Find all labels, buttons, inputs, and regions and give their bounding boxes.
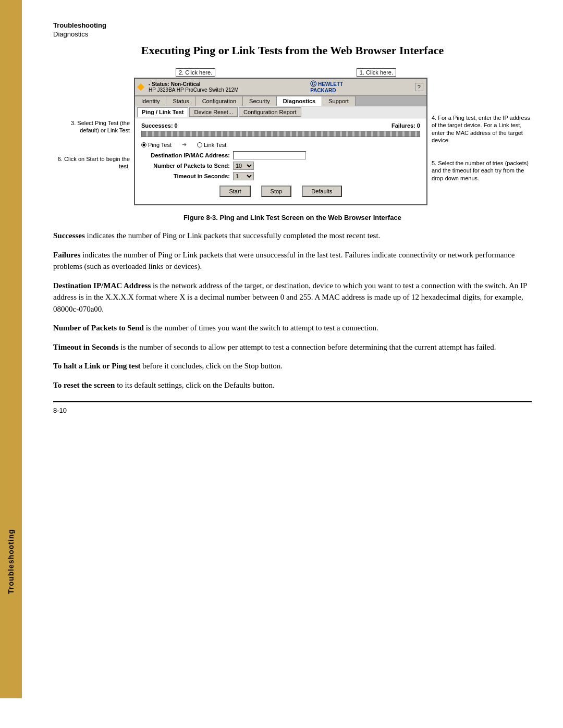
paragraph-packets: Number of Packets to Send is the number … [53,322,532,334]
callout-right: 1. Click here. [357,68,396,77]
subtab-device-reset[interactable]: Device Reset... [189,107,238,117]
halt-term: To halt a Link or Ping test [53,362,141,370]
main-content: Troubleshooting Diagnostics Executing Pi… [22,0,563,435]
tab-security[interactable]: Security [243,96,277,106]
breadcrumb: Troubleshooting Diagnostics [53,21,532,39]
annotation-3: 3. Select Ping Test (the default) or Lin… [53,119,130,134]
callout-left: 2. Click here. [176,68,215,77]
ping-test-label: Ping Test [148,142,172,148]
test-selection: Ping Test ➔ Link Test [141,141,420,148]
tab-configuration[interactable]: Configuration [196,96,243,106]
packets-term: Number of Packets to Send [53,324,144,332]
destination-term: Destination IP/MAC Address [53,281,151,290]
stop-button[interactable]: Stop [261,186,292,197]
page-title: Executing Ping or Link Tests from the We… [53,44,532,57]
tab-status[interactable]: Status [166,96,195,106]
status-diamond-icon [137,83,144,91]
status-text: - Status: Non-Critical [149,81,239,87]
packets-label: Number of Packets to Send: [141,163,230,169]
paragraph-destination: Destination IP/MAC Address is the networ… [53,280,532,315]
sub-nav: Ping / Link Test Device Reset... Configu… [135,106,426,118]
hp-logo: Ⓒ HEWLETTPACKARD [310,81,343,93]
paragraph-reset: To reset the screen to its default setti… [53,379,532,391]
figure-row: 3. Select Ping Test (the default) or Lin… [53,78,532,205]
hp-header: - Status: Non-Critical HP J329BA HP ProC… [135,79,426,96]
interface-body: Successes: 0 Failures: 0 Ping Test ➔ [135,118,426,204]
paragraph-successes: Successes indicates the number of Ping o… [53,230,532,242]
hp-status: - Status: Non-Critical HP J329BA HP ProC… [138,81,239,93]
ping-test-radio[interactable] [141,142,146,147]
annotation-5: 5. Select the number of tries (packets) … [432,159,532,182]
timeout-term: Timeout in Seconds [53,343,119,351]
subtab-ping-link-test[interactable]: Ping / Link Test [137,107,188,117]
destination-input[interactable] [233,151,306,159]
start-button[interactable]: Start [219,186,250,197]
reset-term: To reset the screen [53,381,115,389]
defaults-button[interactable]: Defaults [302,186,341,197]
right-annotations: 4. For a Ping test, enter the IP address… [427,78,532,198]
paragraph-failures: Failures indicates the number of Ping or… [53,249,532,273]
reset-text: to its default settings, click on the De… [115,381,274,389]
sidebar: Troubleshooting [0,0,22,698]
packets-select[interactable]: 10 20 50 [233,162,254,170]
timeout-label: Timeout in Seconds: [141,173,230,179]
timeout-text: is the number of seconds to allow per at… [119,343,496,351]
timeout-select[interactable]: 1 2 5 [233,172,254,180]
breadcrumb-bold: Troubleshooting [53,21,106,29]
annotation-6: 6. Click on Start to begin the test. [53,155,130,170]
link-test-label: Link Test [204,142,226,148]
model-text: HP J329BA HP ProCurve Switch 212M [149,87,239,93]
nav-tabs: Identity Status Configuration Security D… [135,96,426,106]
hewlett-packard-logo: Ⓒ HEWLETTPACKARD [310,81,343,93]
stats-row: Successes: 0 Failures: 0 [141,122,420,129]
tab-diagnostics[interactable]: Diagnostics [277,96,322,106]
figure-container: 2. Click here. 1. Click here. 3. Select … [53,68,532,205]
paragraph-halt: To halt a Link or Ping test before it co… [53,360,532,372]
web-interface-screenshot: - Status: Non-Critical HP J329BA HP ProC… [134,78,427,205]
failures-text: indicates the number of Ping or Link pac… [53,251,515,271]
link-test-option[interactable]: Link Test [197,142,226,148]
paragraph-timeout: Timeout in Seconds is the number of seco… [53,341,532,353]
left-annotations: 3. Select Ping Test (the default) or Lin… [53,78,134,186]
dest-label: Destination IP/MAC Address: [141,152,230,158]
breadcrumb-normal: Diagnostics [53,30,88,38]
web-interface: - Status: Non-Critical HP J329BA HP ProC… [134,78,427,205]
link-test-radio[interactable] [197,142,202,147]
successes-text: indicates the number of Ping or Link pac… [85,231,381,240]
successes-term: Successes [53,231,85,240]
destination-field-row: Destination IP/MAC Address: [141,151,420,159]
page-number: 8-10 [53,406,67,414]
buttons-row: Start Stop Defaults [141,186,420,200]
failures-stat: Failures: 0 [391,122,420,129]
page-footer: 8-10 [53,401,532,414]
ping-test-option[interactable]: Ping Test [141,142,172,148]
help-button[interactable]: ? [415,83,423,91]
timeout-field-row: Timeout in Seconds: 1 2 5 [141,172,420,180]
sidebar-label: Troubleshooting [7,529,15,594]
tab-identity[interactable]: Identity [135,96,166,106]
subtab-config-report[interactable]: Configuration Report [239,107,301,117]
figure-caption: Figure 8-3. Ping and Link Test Screen on… [53,214,532,221]
packets-field-row: Number of Packets to Send: 10 20 50 [141,162,420,170]
annotation-4: 4. For a Ping test, enter the IP address… [432,114,532,144]
halt-text: before it concludes, click on the Stop b… [141,362,283,370]
packets-text: is the number of times you want the swit… [144,324,378,332]
progress-bar [141,131,420,137]
successes-stat: Successes: 0 [141,122,178,129]
tab-support[interactable]: Support [322,96,356,106]
failures-term: Failures [53,251,80,259]
